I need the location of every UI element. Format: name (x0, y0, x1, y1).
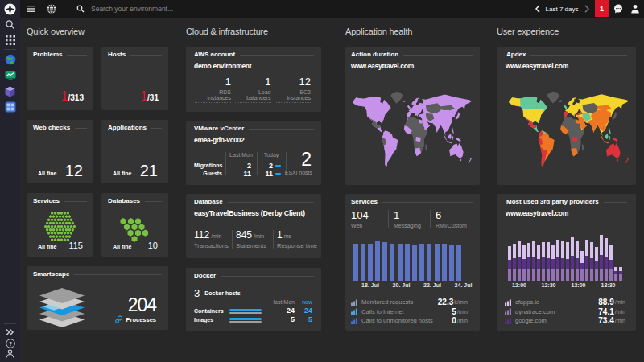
hexagon (60, 238, 63, 241)
tile-header: Problems (33, 51, 87, 58)
map-region-australia (449, 143, 463, 158)
tile-apdex[interactable]: Apdex www.easytravel.com (497, 47, 636, 185)
bar-segment (600, 269, 603, 281)
legend-row: Calls to unmonitored hosts0/min (351, 316, 468, 326)
time-range-previous-icon[interactable] (535, 0, 540, 18)
bar-segment (605, 238, 608, 257)
sidebar-expand-icon[interactable] (0, 328, 20, 336)
hexagon (56, 222, 58, 225)
legend-chart-icon (351, 308, 357, 315)
hexagon (47, 225, 50, 228)
hub-globe-icon[interactable] (47, 0, 56, 18)
x-axis-label: 24. Jul (455, 282, 473, 288)
tile-docker[interactable]: Docker 3 Docker hosts last MonnowContain… (186, 268, 321, 331)
chat-icon[interactable] (613, 0, 623, 18)
tile-action-duration[interactable]: Action duration www.easytravel.com (345, 47, 480, 185)
bar-segment (595, 269, 598, 281)
bar-segment (537, 269, 540, 281)
title-rule (75, 128, 87, 129)
tile-header: Action duration (351, 51, 473, 58)
time-range-next-icon[interactable] (584, 0, 589, 18)
aws-stat-label: RDSinstances (195, 89, 231, 101)
action-duration-app-name: www.easytravel.com (351, 62, 414, 70)
bar (390, 244, 394, 281)
sidebar-apps-grid-icon[interactable] (0, 35, 20, 45)
tile-database[interactable]: Database easyTravelBusiness (Derby Clien… (186, 194, 321, 258)
stacked-bar (547, 242, 550, 281)
hexagon (67, 225, 69, 228)
bar-segment (590, 258, 593, 269)
vmware-col-header: Today (257, 151, 286, 162)
hexagon (135, 218, 141, 224)
menu-icon[interactable] (27, 0, 35, 18)
hexagon (57, 218, 60, 221)
sidebar-globe-icon[interactable] (0, 54, 20, 65)
tile-aws-account[interactable]: AWS account demo environment 1RDSinstanc… (186, 47, 321, 112)
hexagon (56, 215, 58, 218)
hexagon (59, 222, 61, 225)
map-region-tasmania (460, 159, 461, 161)
map-region-sulawesi (452, 136, 453, 140)
dynatrace-logo-icon[interactable] (0, 3, 20, 15)
bar (419, 244, 424, 281)
bar-segment (547, 258, 550, 269)
hexagon (70, 232, 72, 235)
map-region-sumatra (444, 134, 447, 141)
legend-label: Calls to Internet (361, 308, 452, 315)
legend-chart-icon (505, 318, 511, 324)
time-range-selector[interactable]: Last 7 days (543, 0, 580, 18)
legend-chart-icon (505, 308, 511, 315)
title-rule (228, 202, 314, 203)
legend-unit: /min (615, 318, 625, 323)
map-region-java (447, 141, 452, 143)
database-stat-value: 845 (236, 230, 252, 240)
bar (398, 244, 402, 281)
legend-icon-bar (356, 299, 357, 306)
tile-header: Services (33, 197, 87, 204)
tile-header: Database (194, 198, 314, 205)
bar-segment (561, 241, 564, 258)
esxi-hosts-count: 2 (301, 150, 312, 169)
bar-segment (537, 259, 540, 269)
legend-value: 0 (452, 316, 456, 325)
tile-header: AWS account (194, 51, 314, 58)
tile-title: Services (351, 198, 378, 205)
sidebar-dashboards-icon[interactable] (0, 101, 20, 113)
legend-icon-bar (510, 299, 511, 306)
map-region-philippines (452, 127, 454, 134)
hexagon (128, 218, 134, 224)
aws-stat-label-line1: EC2 (275, 89, 311, 95)
map-region-uk (407, 105, 411, 109)
docker-bar-now (229, 318, 262, 320)
sidebar-help-icon[interactable]: ? (0, 339, 20, 348)
stacked-bar (566, 242, 569, 281)
search-input[interactable]: Search your environment... (91, 0, 173, 18)
sidebar: ? (0, 0, 20, 362)
hexagon (54, 218, 56, 221)
tile-smartscape[interactable]: Smartscape 204 Processes (27, 266, 168, 330)
tile-applications[interactable]: Applications All fine 21 (101, 120, 168, 183)
tile-databases[interactable]: Databases All fine 10 (101, 193, 168, 257)
problems-total-count: /313 (68, 93, 84, 102)
tile-services-chart[interactable]: Services 104Web1Messaging6RMI/Custom 18.… (345, 194, 480, 331)
notifications-badge[interactable]: 1 (595, 0, 609, 17)
tile-vmware-vcenter[interactable]: VMware vCenter emea-gdn-vc002 Last MonTo… (186, 121, 321, 185)
tile-hosts[interactable]: Hosts 1 /31 (101, 47, 168, 110)
sidebar-search-icon[interactable] (0, 19, 20, 30)
search-icon[interactable] (76, 0, 85, 18)
legend-row: Calls to Internet5/min (351, 307, 468, 317)
user-account-icon[interactable] (630, 0, 640, 18)
tile-services[interactable]: Services All fine 115 (27, 193, 93, 257)
dynatrace-dashboard: ? (0, 0, 644, 362)
stacked-bar (513, 244, 516, 281)
sidebar-cube-icon[interactable] (0, 86, 20, 97)
map-region-japan (456, 112, 460, 120)
bar-segment (508, 246, 511, 260)
tile-web-checks[interactable]: Web checks All fine 12 (27, 120, 93, 183)
sidebar-monitoring-icon[interactable] (0, 70, 20, 80)
legend-unit: /min (615, 309, 625, 315)
sidebar-user-icon[interactable] (0, 349, 20, 358)
tile-problems[interactable]: Problems 1 /313 (27, 47, 93, 110)
tile-third-party-providers[interactable]: Most used 3rd party providers www.easytr… (497, 194, 636, 331)
database-stat-value: 112 (194, 230, 209, 240)
